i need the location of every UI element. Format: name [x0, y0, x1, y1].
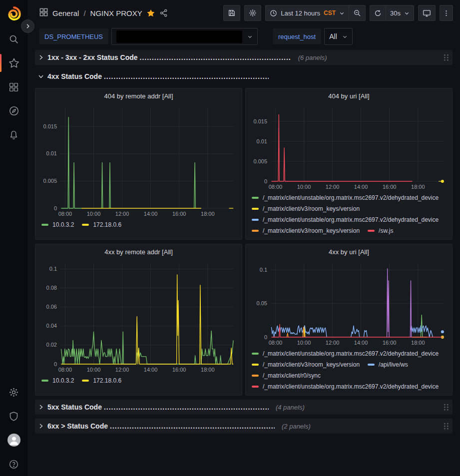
svg-text:0.005: 0.005: [43, 178, 57, 184]
sidebar-item-dashboards[interactable]: [0, 75, 27, 99]
svg-text:08:00: 08:00: [58, 367, 72, 373]
dashboard-row-6xx[interactable]: 6xx > Status Code ......................…: [35, 419, 453, 434]
main-area: General / NGINX PROXY: [27, 0, 460, 476]
variable-select-request-host[interactable]: All: [324, 28, 353, 45]
chevron-right-icon: [25, 23, 30, 29]
timeseries-chart[interactable]: 00.050.108:0010:0012:0014:0016:0018:00: [250, 258, 448, 348]
legend-item[interactable]: /_matrix/client/v3/room_keys/version: [252, 227, 360, 234]
legend-item[interactable]: /sw.js: [368, 227, 393, 234]
favorite-star-icon[interactable]: [146, 8, 155, 17]
panel-4xx-by-uri: 4xx by uri [All] 00.050.108:0010:0012:00…: [245, 244, 453, 396]
refresh-button[interactable]: [370, 5, 386, 21]
legend-label: /_matrix/client/r0/sync: [263, 372, 321, 379]
panel-title[interactable]: 4xx by uri [All]: [250, 246, 448, 258]
legend-label: /sw.js: [379, 227, 393, 234]
dashboard-settings-button[interactable]: [244, 5, 261, 21]
chevron-down-icon: [38, 73, 44, 79]
dashboard-row-4xx[interactable]: 4xx Status Code ........................…: [35, 69, 453, 84]
svg-text:12:00: 12:00: [326, 184, 340, 190]
panel-title[interactable]: 4xx by remote addr [All]: [39, 246, 238, 258]
timezone-label: CST: [324, 9, 336, 16]
sidebar-item-help[interactable]: [0, 452, 27, 476]
dashboards-grid-icon: [8, 82, 19, 92]
legend-item[interactable]: /api/live/ws: [368, 361, 408, 368]
legend-label: /_matrix/client/v3/room_keys/version: [263, 227, 360, 234]
chevron-down-icon: [339, 10, 345, 16]
sidebar-expand-button[interactable]: [21, 19, 34, 33]
svg-text:18:00: 18:00: [201, 211, 215, 217]
panel-title[interactable]: 404 by remote addr [All]: [39, 90, 238, 102]
zoom-out-time-button[interactable]: [349, 5, 366, 21]
svg-text:08:00: 08:00: [58, 211, 72, 217]
sidebar-item-configuration[interactable]: [0, 380, 27, 404]
legend-item[interactable]: /_matrix/client/v3/room_keys/version: [252, 205, 360, 212]
refresh-interval-label: 30s: [390, 9, 401, 17]
legend-item[interactable]: 172.18.0.6: [82, 221, 121, 228]
legend-item[interactable]: /_matrix/client/unstable/org.matrix.msc2…: [252, 194, 439, 201]
timeseries-chart[interactable]: 00.0050.010.01508:0010:0012:0014:0016:00…: [250, 102, 448, 192]
timeseries-chart[interactable]: 00.020.040.060.080.108:0010:0012:0014:00…: [39, 258, 238, 375]
time-range-picker[interactable]: Last 12 hours CST: [265, 5, 349, 21]
cycle-view-mode-button[interactable]: [418, 5, 436, 21]
breadcrumb-separator: /: [83, 9, 85, 17]
svg-text:10:00: 10:00: [87, 211, 101, 217]
svg-text:0.04: 0.04: [46, 323, 57, 329]
drag-handle-icon[interactable]: [443, 53, 450, 62]
legend-item[interactable]: 10.0.3.2: [41, 377, 74, 384]
gear-icon: [249, 9, 257, 17]
legend-swatch: [252, 197, 259, 199]
grafana-app: General / NGINX PROXY: [0, 0, 460, 476]
legend-item[interactable]: 172.18.0.6: [82, 377, 121, 384]
more-options-button[interactable]: [440, 5, 453, 21]
dashboard-row-5xx[interactable]: 5xx Status Code ........................…: [35, 400, 453, 415]
svg-text:12:00: 12:00: [115, 211, 129, 217]
legend-item[interactable]: /_matrix/client/unstable/org.matrix.msc2…: [252, 216, 439, 223]
time-picker-group: Last 12 hours CST: [265, 5, 366, 21]
panel-title[interactable]: 404 by uri [All]: [250, 90, 448, 102]
drag-handle-icon[interactable]: [443, 403, 450, 412]
refresh-interval-picker[interactable]: 30s: [386, 5, 414, 21]
svg-text:08:00: 08:00: [269, 184, 283, 190]
panel-grid: 4xx by remote addr [All] 00.020.040.060.…: [35, 244, 453, 396]
svg-text:18:00: 18:00: [411, 340, 425, 346]
legend-item[interactable]: /_matrix/client/r0/sync: [252, 372, 321, 379]
breadcrumb-folder[interactable]: General: [52, 9, 79, 17]
row-title: 1xx - 3xx - 2xx Status Code: [47, 53, 138, 61]
row-title: 6xx > Status Code: [47, 422, 108, 430]
sidebar-item-explore[interactable]: [0, 99, 27, 123]
svg-text:0: 0: [54, 205, 57, 211]
legend-item[interactable]: 10.0.3.2: [41, 221, 74, 228]
row-title: 4xx Status Code: [47, 72, 102, 80]
dashboard-body: 1xx - 3xx - 2xx Status Code ............…: [27, 47, 460, 476]
svg-text:0.05: 0.05: [257, 300, 267, 306]
panel-404-by-remote-addr: 404 by remote addr [All] 00.0050.010.015…: [35, 88, 242, 240]
legend-item[interactable]: /_matrix/client/unstable/org.matrix.msc2…: [252, 350, 439, 357]
legend-item[interactable]: /_matrix/client/unstable/org.matrix.msc2…: [252, 383, 439, 390]
panel-404-by-uri: 404 by uri [All] 00.0050.010.01508:0010:…: [245, 88, 453, 240]
svg-text:16:00: 16:00: [172, 211, 186, 217]
chevron-right-icon: [38, 54, 44, 60]
share-icon[interactable]: [159, 8, 168, 17]
legend-label: /_matrix/client/unstable/org.matrix.msc2…: [263, 216, 439, 223]
sidebar-item-profile[interactable]: [0, 428, 27, 452]
breadcrumb-dashboard-title: NGINX PROXY: [90, 9, 142, 17]
legend-item[interactable]: /_matrix/client/v3/room_keys/version: [252, 361, 360, 368]
legend-label: /api/live/ws: [379, 361, 408, 368]
sidebar-item-server-admin[interactable]: [0, 404, 27, 428]
dashboard-row-1xx-3xx-2xx[interactable]: 1xx - 3xx - 2xx Status Code ............…: [35, 50, 453, 65]
sidebar-item-alerting[interactable]: [0, 123, 27, 147]
sidebar-item-starred[interactable]: [0, 51, 27, 75]
variable-select-ds-prometheus[interactable]: [111, 28, 258, 45]
legend-label: /_matrix/client/v3/room_keys/version: [263, 205, 360, 212]
star-icon: [8, 57, 19, 68]
svg-text:14:00: 14:00: [144, 367, 158, 373]
timeseries-chart[interactable]: 00.0050.010.01508:0010:0012:0014:0016:00…: [39, 102, 238, 219]
clock-icon: [270, 9, 277, 17]
row-panel-count: (2 panels): [282, 423, 311, 430]
svg-text:10:00: 10:00: [297, 340, 311, 346]
drag-handle-icon[interactable]: [443, 422, 450, 431]
legend-swatch: [368, 364, 375, 366]
legend-swatch: [41, 224, 48, 226]
panel-grid: 404 by remote addr [All] 00.0050.010.015…: [35, 88, 453, 240]
save-dashboard-button[interactable]: [223, 5, 240, 21]
